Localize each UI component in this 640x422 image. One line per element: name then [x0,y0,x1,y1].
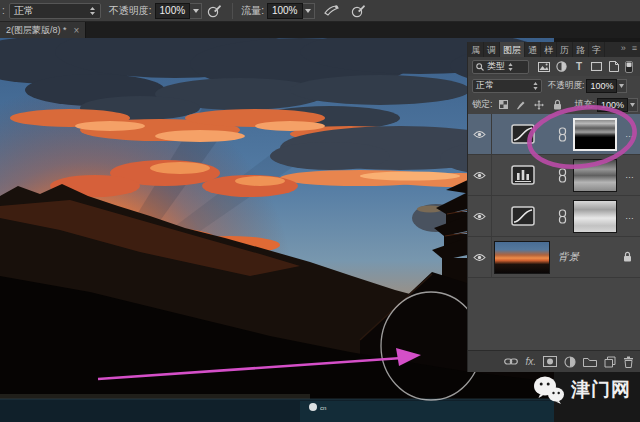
fill-input[interactable]: 100% [597,98,628,112]
opacity-input[interactable]: 100% [155,3,191,19]
layer-opacity-dropdown[interactable] [617,79,627,93]
curves-icon [511,124,535,144]
document-title: 2(图层蒙版/8) * [6,24,67,37]
layer-blend-row: 正常 不透明度: 100% [468,76,640,95]
visibility-toggle[interactable] [468,196,492,236]
visibility-toggle[interactable] [468,237,492,277]
pen-pressure-icon [207,4,222,18]
layer-row-curves-1[interactable]: … [468,114,640,155]
blend-mode-select[interactable]: 正常 [9,3,101,19]
updown-arrows-icon [508,63,513,71]
link-icon [558,209,567,224]
lock-icon [553,99,562,110]
lock-transparency-button[interactable] [496,98,511,112]
lock-icon [623,251,632,262]
lock-all-button[interactable] [550,98,565,112]
flow-dropdown-button[interactable] [303,3,315,19]
document-tab-bar: 2(图层蒙版/8) * × [0,22,640,38]
layer-style-button[interactable]: fx. [525,356,536,367]
layer-blend-mode-select[interactable]: 正常 [472,79,542,93]
svg-text:cn: cn [320,405,326,411]
lock-position-button[interactable] [532,98,547,112]
delete-layer-button[interactable] [623,356,634,368]
divider [232,3,233,19]
flow-input[interactable]: 100% [267,3,303,19]
filter-pixel-layers-button[interactable] [537,60,552,74]
airbrush-icon [324,4,340,18]
layer-mask-thumbnail[interactable] [573,159,617,192]
pen-pressure-icon [351,4,366,18]
image-icon [538,62,550,72]
eye-icon [473,130,486,139]
new-group-button[interactable] [583,356,597,367]
brand-watermark: 津门网 [533,375,631,405]
trash-icon [623,356,634,368]
mask-link-toggle[interactable] [554,168,570,183]
adjustment-layer-thumbnail[interactable] [492,165,554,185]
eye-icon [473,253,486,262]
link-icon [558,127,567,142]
panel-menu-button[interactable]: ≡ [629,42,640,57]
visibility-toggle[interactable] [468,114,492,154]
lock-pixels-button[interactable] [514,98,529,112]
tablet-pressure-opacity-button[interactable] [205,3,223,19]
tab-history[interactable]: 历 [557,42,573,57]
chain-icon [504,357,518,366]
collapse-panels-button[interactable]: » [618,42,629,57]
tab-layers[interactable]: 图层 [500,42,525,57]
layer-row-levels[interactable]: … [468,155,640,196]
shape-rect-icon [591,62,602,71]
tab-paths[interactable]: 路 [573,42,589,57]
layers-panel: 属 调 图层 通 样 历 路 字 » ≡ 类型 [467,42,640,372]
filter-adjustment-layers-button[interactable] [554,60,569,74]
mask-icon [543,356,557,367]
close-tab-button[interactable]: × [74,25,80,36]
fill-dropdown[interactable] [628,98,638,112]
updown-arrows-icon [89,6,96,16]
mask-link-toggle[interactable] [554,209,570,224]
new-layer-button[interactable] [604,356,616,368]
visibility-toggle[interactable] [468,155,492,195]
levels-icon [511,165,535,185]
opacity-dropdown-button[interactable] [190,3,202,19]
adjustment-circle-icon [556,61,567,72]
airbrush-button[interactable] [323,3,341,19]
add-mask-button[interactable] [543,356,557,367]
layer-opacity-input[interactable]: 100% [586,79,617,93]
filter-type-select[interactable]: 类型 [472,60,529,74]
filter-shape-layers-button[interactable] [589,60,604,74]
layer-row-curves-2[interactable]: … [468,196,640,237]
layer-row-background[interactable]: 背景 [468,237,640,278]
smart-object-icon [609,61,619,72]
filter-toggle-switch[interactable] [621,60,636,74]
layer-mask-thumbnail[interactable] [573,200,617,233]
tab-properties[interactable]: 属 [468,42,484,57]
background-layer-thumbnail[interactable] [494,241,550,274]
fill-value: 100% [601,100,624,110]
adjustment-layer-thumbnail[interactable] [492,124,554,144]
link-layers-button[interactable] [504,357,518,366]
layer-blend-mode-value: 正常 [476,79,494,92]
tab-styles[interactable]: 样 [541,42,557,57]
tab-adjustments[interactable]: 调 [484,42,500,57]
document-tab[interactable]: 2(图层蒙版/8) * × [0,22,86,38]
opacity-value: 100% [160,5,186,16]
filter-type-value: 类型 [487,60,505,73]
adjustment-layer-thumbnail[interactable] [492,206,554,226]
filter-smart-objects-button[interactable] [607,60,622,74]
opacity-label: 不透明度: [109,4,152,18]
brush-options-bar: : 正常 不透明度: 100% 流量: 100% [0,0,640,22]
layer-mask-thumbnail[interactable] [573,118,617,151]
background-lock-badge [623,251,632,264]
mask-link-toggle[interactable] [554,127,570,142]
tab-channels[interactable]: 通 [525,42,541,57]
filter-type-layers-button[interactable]: T [572,60,587,74]
panel-tab-strip: 属 调 图层 通 样 历 路 字 » ≡ [468,42,640,57]
curves-icon [511,206,535,226]
tablet-pressure-size-button[interactable] [350,3,368,19]
new-adjustment-layer-button[interactable] [564,356,576,368]
layer-opacity-value: 100% [590,81,613,91]
folder-icon [583,356,597,367]
tab-character[interactable]: 字 [589,42,605,57]
search-icon [476,63,484,71]
